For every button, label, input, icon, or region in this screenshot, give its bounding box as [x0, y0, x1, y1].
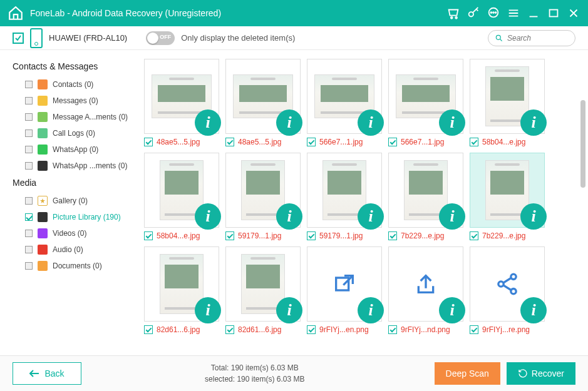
- info-badge-icon[interactable]: i: [358, 203, 384, 230]
- sidebar-item-contacts-4[interactable]: WhatsApp (0): [13, 141, 137, 158]
- sidebar-checkbox[interactable]: [25, 146, 33, 153]
- device-checkbox[interactable]: [13, 33, 24, 44]
- thumbnail-checkbox[interactable]: [144, 325, 153, 334]
- info-badge-icon[interactable]: i: [520, 203, 547, 230]
- search-input[interactable]: [507, 34, 564, 43]
- sidebar-item-media-0[interactable]: Gallery (0): [13, 193, 137, 209]
- sidebar-checkbox[interactable]: [25, 246, 33, 253]
- scrollbar[interactable]: [580, 100, 585, 188]
- thumbnail-box[interactable]: i: [225, 246, 301, 322]
- info-badge-icon[interactable]: i: [195, 297, 221, 323]
- thumbnail-box[interactable]: i: [307, 246, 382, 322]
- deep-scan-button[interactable]: Deep Scan: [435, 362, 500, 385]
- thumbnail-item[interactable]: i7b229...e.jpg: [470, 153, 545, 240]
- sidebar-item-contacts-1[interactable]: Messages (0): [13, 93, 137, 109]
- thumbnail-checkbox[interactable]: [388, 138, 397, 146]
- info-badge-icon[interactable]: i: [195, 109, 221, 136]
- thumbnail-box[interactable]: i: [144, 153, 219, 228]
- thumbnail-box[interactable]: i: [144, 59, 219, 134]
- sidebar-checkbox[interactable]: [25, 162, 33, 170]
- sidebar-item-media-1[interactable]: Picture Library (190): [13, 209, 137, 225]
- thumbnail-checkbox[interactable]: [470, 231, 478, 240]
- info-badge-icon[interactable]: i: [195, 203, 221, 230]
- sidebar-item-media-3[interactable]: Audio (0): [13, 241, 137, 258]
- thumbnail-item[interactable]: i9rFIYj...nd.png: [388, 246, 463, 334]
- sidebar-checkbox[interactable]: [25, 213, 33, 221]
- thumbnail-item[interactable]: i58b04...e.jpg: [144, 153, 219, 240]
- thumbnail-checkbox[interactable]: [307, 325, 316, 334]
- thumbnail-checkbox[interactable]: [144, 138, 153, 146]
- info-badge-icon[interactable]: i: [520, 297, 547, 323]
- thumbnail-item[interactable]: i82d61...6.jpg: [144, 246, 219, 334]
- back-button[interactable]: Back: [13, 362, 81, 385]
- key-icon[interactable]: [467, 6, 480, 20]
- info-badge-icon[interactable]: i: [358, 109, 384, 136]
- thumbnail-box[interactable]: i: [225, 59, 301, 134]
- sidebar-item-media-4[interactable]: Documents (0): [13, 258, 137, 274]
- sidebar-item-media-2[interactable]: Videos (0): [13, 225, 137, 241]
- thumbnail-item[interactable]: i48ae5...5.jpg: [144, 59, 219, 146]
- home-icon[interactable]: [8, 5, 24, 21]
- deleted-toggle[interactable]: OFF: [146, 31, 175, 45]
- info-badge-icon[interactable]: i: [276, 297, 302, 323]
- thumbnail-checkbox[interactable]: [225, 138, 234, 146]
- thumbnail-item[interactable]: i58b04...e.jpg: [470, 59, 545, 146]
- info-badge-icon[interactable]: i: [439, 109, 465, 136]
- close-icon[interactable]: [567, 6, 580, 20]
- thumbnail-box[interactable]: i: [470, 59, 545, 134]
- sidebar-checkbox[interactable]: [25, 197, 33, 205]
- thumbnail-box[interactable]: i: [388, 59, 463, 134]
- menu-icon[interactable]: [507, 6, 520, 20]
- thumbnail-item[interactable]: i9rFIYj...re.png: [470, 246, 545, 334]
- search-box[interactable]: [488, 30, 575, 46]
- thumbnail-checkbox[interactable]: [307, 231, 316, 240]
- info-badge-icon[interactable]: i: [439, 297, 465, 323]
- chat-icon[interactable]: [487, 6, 500, 20]
- thumbnail-box[interactable]: i: [470, 153, 545, 228]
- thumbnail-box[interactable]: i: [470, 246, 545, 322]
- thumbnail-item[interactable]: i48ae5...5.jpg: [225, 59, 301, 146]
- sidebar-item-contacts-5[interactable]: WhatsApp ...ments (0): [13, 158, 137, 174]
- sidebar-item-contacts-2[interactable]: Message A...ments (0): [13, 109, 137, 125]
- info-badge-icon[interactable]: i: [276, 203, 302, 230]
- thumbnail-checkbox[interactable]: [470, 325, 478, 334]
- thumbnail-box[interactable]: i: [388, 246, 463, 322]
- recover-button[interactable]: Recover: [507, 362, 575, 385]
- thumbnail-item[interactable]: i82d61...6.jpg: [225, 246, 301, 334]
- thumbnail-box[interactable]: i: [307, 153, 382, 228]
- thumbnail-box[interactable]: i: [388, 153, 463, 228]
- sidebar-item-contacts-3[interactable]: Call Logs (0): [13, 125, 137, 141]
- thumbnail-item[interactable]: i9rFIYj...en.png: [307, 246, 382, 334]
- sidebar-checkbox[interactable]: [25, 129, 33, 137]
- thumbnail-checkbox[interactable]: [225, 325, 234, 334]
- thumbnail-item[interactable]: i59179...1.jpg: [307, 153, 382, 240]
- info-badge-icon[interactable]: i: [276, 109, 302, 136]
- thumbnail-checkbox[interactable]: [307, 138, 316, 146]
- thumbnail-item[interactable]: i566e7...1.jpg: [388, 59, 463, 146]
- thumbnail-checkbox[interactable]: [144, 231, 153, 240]
- sidebar-checkbox[interactable]: [25, 262, 33, 270]
- thumbnail-checkbox[interactable]: [225, 231, 234, 240]
- thumbnail-box[interactable]: i: [144, 246, 219, 322]
- thumbnail-item[interactable]: i566e7...1.jpg: [307, 59, 382, 146]
- thumbnail-box[interactable]: i: [225, 153, 301, 228]
- sidebar-item-label: WhatsApp ...ments (0): [53, 161, 137, 170]
- thumbnail-item[interactable]: i7b229...e.jpg: [388, 153, 463, 240]
- thumbnail-checkbox[interactable]: [470, 138, 478, 146]
- minimize-icon[interactable]: [527, 6, 540, 20]
- sidebar-item-contacts-0[interactable]: Contacts (0): [13, 76, 137, 93]
- sidebar-checkbox[interactable]: [25, 230, 33, 237]
- sidebar-checkbox[interactable]: [25, 113, 33, 121]
- info-badge-icon[interactable]: i: [358, 297, 384, 323]
- maximize-icon[interactable]: [547, 6, 560, 20]
- thumbnail-item[interactable]: i59179...1.jpg: [225, 153, 301, 240]
- sidebar-checkbox[interactable]: [25, 81, 33, 88]
- thumbnail-caption: 82d61...6.jpg: [144, 325, 219, 334]
- thumbnail-checkbox[interactable]: [388, 231, 397, 240]
- cart-icon[interactable]: [446, 6, 460, 20]
- info-badge-icon[interactable]: i: [439, 203, 465, 230]
- thumbnail-box[interactable]: i: [307, 59, 382, 134]
- info-badge-icon[interactable]: i: [520, 109, 547, 136]
- thumbnail-checkbox[interactable]: [388, 325, 397, 334]
- sidebar-checkbox[interactable]: [25, 97, 33, 104]
